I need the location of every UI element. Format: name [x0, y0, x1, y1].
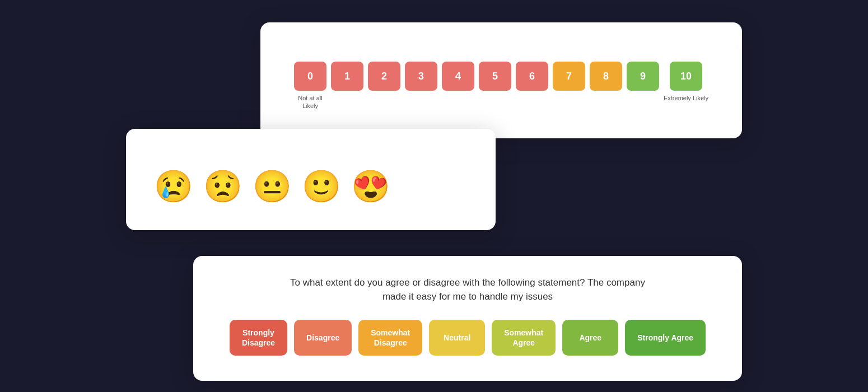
emoji-very-bad[interactable]: 😢 [154, 171, 193, 202]
nps-card: 0Not at all Likely12345678910Extremely L… [260, 22, 742, 138]
nps-item-5: 5 [479, 62, 511, 91]
nps-label-high: Extremely Likely [664, 94, 708, 102]
nps-item-2: 2 [368, 62, 400, 91]
agree-btn-neutral[interactable]: Neutral [429, 320, 485, 356]
nps-box-0[interactable]: 0 [294, 62, 326, 91]
nps-label-low: Not at all Likely [298, 94, 322, 110]
agree-btn-somewhat-disagree[interactable]: Somewhat Disagree [358, 320, 422, 356]
nps-scale: 0Not at all Likely12345678910Extremely L… [288, 62, 714, 110]
nps-box-4[interactable]: 4 [442, 62, 474, 91]
emoji-neutral[interactable]: 😐 [253, 171, 292, 202]
agree-row: Strongly DisagreeDisagreeSomewhat Disagr… [216, 320, 720, 356]
agree-btn-strongly-agree[interactable]: Strongly Agree [625, 320, 706, 356]
nps-item-3: 3 [405, 62, 437, 91]
nps-item-9: 9 [627, 62, 659, 91]
nps-box-5[interactable]: 5 [479, 62, 511, 91]
nps-box-9[interactable]: 9 [627, 62, 659, 91]
agree-card: To what extent do you agree or disagree … [193, 256, 742, 381]
nps-box-6[interactable]: 6 [516, 62, 548, 91]
agree-btn-disagree[interactable]: Disagree [294, 320, 352, 356]
emoji-card: 😢😟😐🙂😍 [126, 129, 496, 230]
agree-btn-somewhat-agree[interactable]: Somewhat Agree [492, 320, 556, 356]
nps-item-0: 0Not at all Likely [294, 62, 326, 110]
nps-box-1[interactable]: 1 [331, 62, 363, 91]
emoji-excellent[interactable]: 😍 [351, 171, 390, 202]
nps-item-7: 7 [553, 62, 585, 91]
nps-box-2[interactable]: 2 [368, 62, 400, 91]
agree-btn-agree[interactable]: Agree [562, 320, 618, 356]
agree-question: To what extent do you agree or disagree … [216, 276, 720, 304]
nps-item-4: 4 [442, 62, 474, 91]
nps-box-3[interactable]: 3 [405, 62, 437, 91]
nps-box-10[interactable]: 10 [670, 62, 702, 91]
emoji-row: 😢😟😐🙂😍 [154, 171, 468, 202]
nps-box-7[interactable]: 7 [553, 62, 585, 91]
nps-item-8: 8 [590, 62, 622, 91]
emoji-good[interactable]: 🙂 [302, 171, 341, 202]
nps-box-8[interactable]: 8 [590, 62, 622, 91]
nps-item-6: 6 [516, 62, 548, 91]
nps-item-10: 10Extremely Likely [664, 62, 708, 102]
scene: 0Not at all Likely12345678910Extremely L… [126, 11, 742, 381]
nps-item-1: 1 [331, 62, 363, 91]
agree-btn-strongly-disagree[interactable]: Strongly Disagree [230, 320, 287, 356]
emoji-bad[interactable]: 😟 [203, 171, 242, 202]
